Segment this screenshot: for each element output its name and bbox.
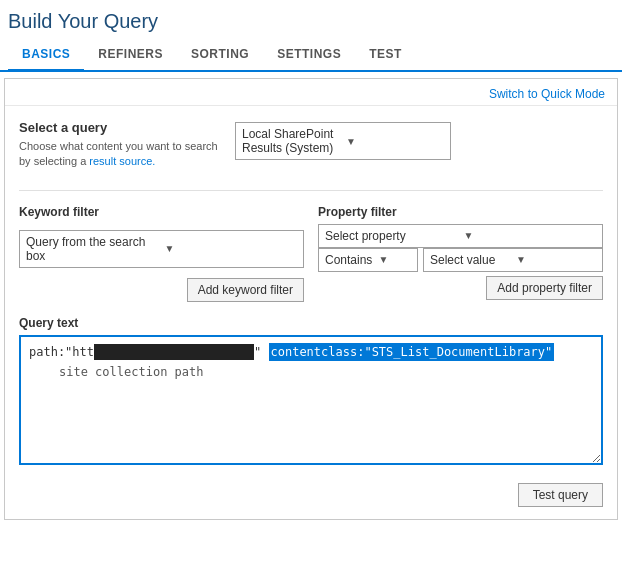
select-property-value: Select property — [325, 229, 458, 243]
query-path-plain: path:"htt — [29, 343, 94, 361]
filters-row: Keyword filter Query from the search box… — [19, 205, 603, 302]
main-panel: Switch to Quick Mode Select a query Choo… — [4, 78, 618, 520]
select-value-dropdown[interactable]: Select value ▼ — [423, 248, 603, 272]
query-highlighted: contentclass:"STS_List_DocumentLibrary" — [269, 343, 555, 361]
add-keyword-filter-button[interactable]: Add keyword filter — [187, 278, 304, 302]
select-value-placeholder: Select value — [430, 253, 510, 267]
contains-value: Contains — [325, 253, 372, 267]
tab-settings[interactable]: SETTINGS — [263, 39, 355, 72]
tab-refiners[interactable]: REFINERS — [84, 39, 177, 72]
panel-body: Select a query Choose what content you w… — [5, 106, 617, 475]
query-path-quote: " — [254, 343, 261, 361]
select-query-section: Select a query Choose what content you w… — [19, 120, 603, 170]
switch-mode-link[interactable]: Switch to Quick Mode — [489, 87, 605, 101]
contains-arrow-icon: ▼ — [378, 254, 411, 265]
tab-test[interactable]: TEST — [355, 39, 416, 72]
contains-dropdown[interactable]: Contains ▼ — [318, 248, 418, 272]
select-query-label: Select a query Choose what content you w… — [19, 120, 219, 170]
query-source-arrow-icon: ▼ — [346, 136, 444, 147]
select-query-dropdown: Local SharePoint Results (System) ▼ — [235, 122, 451, 160]
tabs-bar: BASICS REFINERS SORTING SETTINGS TEST — [0, 39, 622, 72]
query-text-content: path:"htt" contentclass:"STS_List_Docume… — [29, 343, 593, 381]
tab-sorting[interactable]: SORTING — [177, 39, 263, 72]
query-source-value: Local SharePoint Results (System) — [242, 127, 340, 155]
select-property-dropdown[interactable]: Select property ▼ — [318, 224, 603, 248]
keyword-dropdown-arrow-icon: ▼ — [165, 243, 298, 254]
query-text-area[interactable]: path:"htt" contentclass:"STS_List_Docume… — [19, 335, 603, 465]
test-query-button[interactable]: Test query — [518, 483, 603, 507]
property-filter-col: Property filter Select property ▼ Contai… — [318, 205, 603, 300]
divider — [19, 190, 603, 191]
page-title: Build Your Query — [0, 0, 622, 39]
result-source-link[interactable]: result source. — [89, 155, 155, 167]
panel-footer: Test query — [5, 475, 617, 519]
property-row: Contains ▼ Select value ▼ — [318, 248, 603, 272]
select-query-heading: Select a query — [19, 120, 219, 135]
property-filter-label: Property filter — [318, 205, 603, 219]
select-value-arrow-icon: ▼ — [516, 254, 596, 265]
query-line1: path:"htt" contentclass:"STS_List_Docume… — [29, 343, 593, 361]
add-property-filter-button[interactable]: Add property filter — [486, 276, 603, 300]
keyword-filter-col: Keyword filter Query from the search box… — [19, 205, 304, 302]
query-text-section: Query text path:"htt" contentclass:"STS_… — [19, 316, 603, 465]
query-path-redacted — [94, 344, 254, 360]
keyword-filter-value: Query from the search box — [26, 235, 159, 263]
query-text-label: Query text — [19, 316, 603, 330]
keyword-filter-label: Keyword filter — [19, 205, 304, 219]
select-query-description: Choose what content you want to search b… — [19, 139, 219, 170]
property-arrow-icon: ▼ — [464, 230, 597, 241]
keyword-filter-dropdown[interactable]: Query from the search box ▼ — [19, 230, 304, 268]
query-source-select[interactable]: Local SharePoint Results (System) ▼ — [235, 122, 451, 160]
panel-top-bar: Switch to Quick Mode — [5, 79, 617, 106]
query-line2: site collection path — [29, 363, 593, 381]
tab-basics[interactable]: BASICS — [8, 39, 84, 72]
